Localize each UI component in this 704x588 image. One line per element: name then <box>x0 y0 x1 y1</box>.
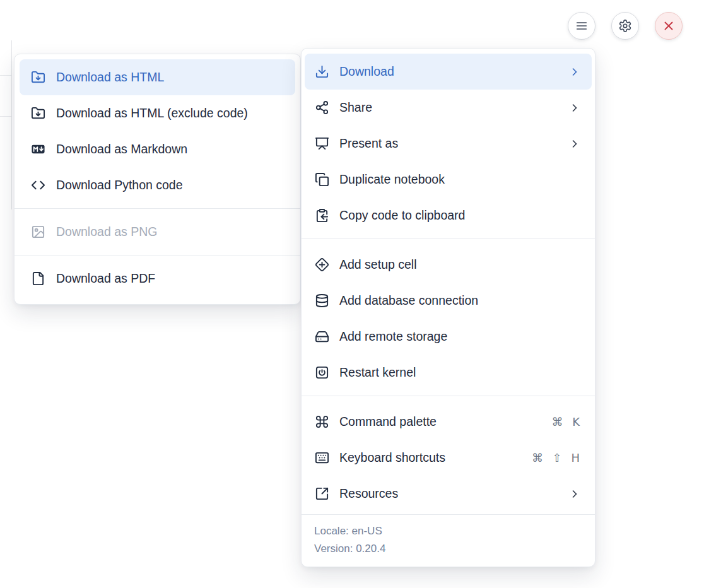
menu-item-download-as-html[interactable]: Download as HTML <box>20 59 295 95</box>
clipboard-copy-icon <box>314 208 329 223</box>
external-link-icon <box>314 486 329 502</box>
close-app-button[interactable] <box>655 12 683 40</box>
image-icon <box>30 225 45 240</box>
menu-divider <box>302 238 595 239</box>
background-cell-divider <box>0 116 11 117</box>
menu-item-label: Copy code to clipboard <box>339 208 465 223</box>
presentation-icon <box>314 136 329 151</box>
menu-item-command-palette[interactable]: Command palette ⌘ K <box>302 404 595 440</box>
share-icon <box>314 100 329 115</box>
menu-divider <box>15 255 300 256</box>
menu-item-download[interactable]: Download <box>305 54 592 90</box>
menu-item-label: Add remote storage <box>339 329 447 344</box>
menu-item-add-remote-storage[interactable]: Add remote storage <box>302 319 595 355</box>
menu-item-download-as-pdf[interactable]: Download as PDF <box>15 261 300 297</box>
code-icon <box>30 178 45 193</box>
menu-item-label: Download Python code <box>56 178 183 192</box>
menu-divider <box>302 396 595 396</box>
version-text: Version: 0.20.4 <box>314 540 582 558</box>
menu-item-label: Add database connection <box>339 293 478 308</box>
copy-icon <box>314 172 329 187</box>
chevron-right-icon <box>568 66 581 78</box>
chevron-right-icon <box>568 488 581 500</box>
menu-item-download-python-code[interactable]: Download Python code <box>15 167 300 203</box>
menu-item-label: Present as <box>339 136 398 151</box>
power-square-icon <box>314 365 329 380</box>
command-icon <box>314 415 329 430</box>
menu-item-label: Command palette <box>339 415 437 429</box>
menu-item-resources[interactable]: Resources <box>302 476 595 512</box>
menu-item-download-as-png: Download as PNG <box>15 214 300 250</box>
menu-item-label: Duplicate notebook <box>339 172 445 187</box>
menu-item-label: Download as Markdown <box>56 142 187 156</box>
shortcut-command-shift-h: ⌘ ⇧ H <box>532 451 581 464</box>
menu-item-label: Resources <box>339 486 398 501</box>
menu-item-label: Download as PNG <box>56 225 157 239</box>
menu-item-duplicate-notebook[interactable]: Duplicate notebook <box>302 162 595 197</box>
menu-item-add-setup-cell[interactable]: Add setup cell <box>302 247 595 283</box>
hard-drive-icon <box>314 329 329 344</box>
background-cell-border <box>11 40 12 209</box>
folder-down-icon <box>30 106 45 121</box>
menu-item-download-as-markdown[interactable]: Download as Markdown <box>15 131 300 167</box>
database-icon <box>314 293 329 309</box>
download-submenu: Download as HTML Download as HTML (exclu… <box>14 54 301 305</box>
menu-item-label: Download as HTML (exclude code) <box>56 106 248 121</box>
menu-divider <box>15 208 300 209</box>
gear-icon <box>618 19 632 33</box>
menu-item-label: Download as PDF <box>56 271 155 286</box>
close-icon <box>662 19 676 33</box>
locale-text: Locale: en-US <box>314 522 582 540</box>
notebook-menu-button[interactable] <box>568 12 595 40</box>
settings-button[interactable] <box>611 12 639 40</box>
folder-down-icon <box>30 70 45 85</box>
menu-item-keyboard-shortcuts[interactable]: Keyboard shortcuts ⌘ ⇧ H <box>302 440 595 476</box>
menu-footer: Locale: en-US Version: 0.20.4 <box>302 515 595 567</box>
download-icon <box>314 64 329 79</box>
menu-item-add-database-connection[interactable]: Add database connection <box>302 283 595 319</box>
menu-item-share[interactable]: Share <box>302 90 595 126</box>
file-icon <box>30 271 45 286</box>
menu-item-label: Keyboard shortcuts <box>339 450 445 465</box>
chevron-right-icon <box>568 102 581 114</box>
menu-item-label: Add setup cell <box>339 257 417 272</box>
keyboard-icon <box>314 450 329 466</box>
menu-item-label: Download <box>339 64 394 79</box>
chevron-right-icon <box>568 138 581 150</box>
diamond-plus-icon <box>314 257 329 273</box>
menu-item-copy-code-to-clipboard[interactable]: Copy code to clipboard <box>302 197 595 233</box>
shortcut-command-k: ⌘ K <box>551 415 581 428</box>
menu-item-label: Share <box>339 100 372 115</box>
hamburger-menu-icon <box>575 19 589 33</box>
menu-item-present-as[interactable]: Present as <box>302 126 595 162</box>
menu-item-restart-kernel[interactable]: Restart kernel <box>302 355 595 391</box>
background-cell-divider <box>0 75 11 76</box>
menu-item-label: Download as HTML <box>56 70 164 85</box>
menu-item-label: Restart kernel <box>339 365 416 380</box>
notebook-menu: Download Share Present as Duplicate note… <box>301 48 595 567</box>
markdown-download-icon <box>30 142 45 157</box>
menu-item-download-as-html-exclude-code[interactable]: Download as HTML (exclude code) <box>15 95 300 131</box>
